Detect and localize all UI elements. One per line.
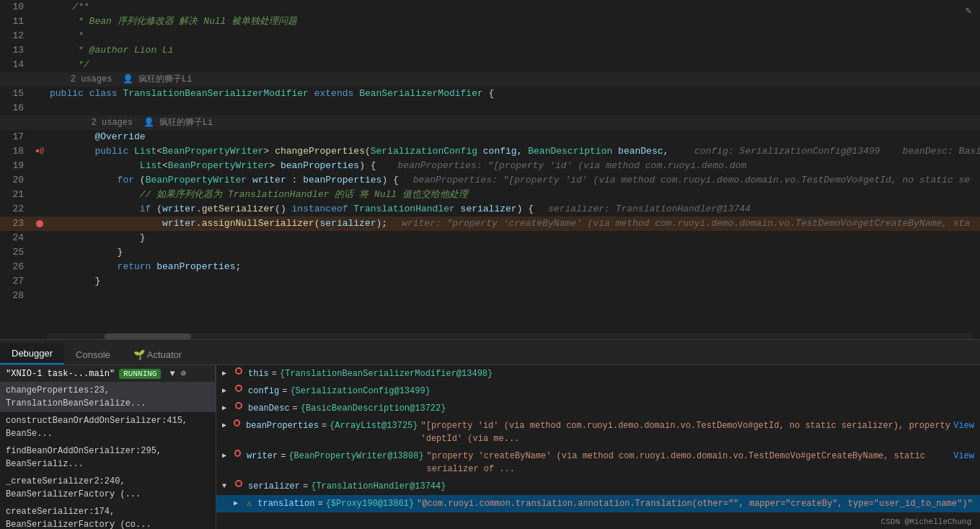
- var-item-beanprops[interactable]: ▶ beanProperties = {ArrayList@13725} "[p…: [216, 417, 980, 447]
- var-eq-writer: =: [281, 450, 286, 463]
- gutter-13: [32, 43, 47, 58]
- call-stack-item-4[interactable]: createSerializer:174, BeanSerializerFact…: [0, 503, 216, 529]
- code-line-15: 15 public class TranslationBeanSerialize…: [0, 87, 980, 101]
- line-num-19: 19: [0, 159, 32, 173]
- line-content-14: */: [47, 58, 980, 72]
- line-num-28: 28: [0, 289, 32, 303]
- line-num-25: 25: [0, 245, 32, 260]
- var-icon-beandesc: [235, 402, 242, 409]
- call-stack-item-3[interactable]: _createSerializer2:240, BeanSerializerFa…: [0, 473, 216, 503]
- var-name-writer: writer: [247, 450, 278, 463]
- thread-selector: "XNIO-1 task-...main" RUNNING ▼ ⊘: [0, 365, 216, 382]
- code-line-21: 21 // 如果序列化器为 TranslationHandler 的话 将 Nu…: [0, 188, 980, 202]
- horizontal-scrollbar[interactable]: [47, 333, 973, 339]
- var-name-beanprops: beanProperties: [246, 419, 319, 432]
- code-line-28: 28: [0, 289, 980, 303]
- code-line-18: 18 ●@ public List<BeanPropertyWriter> ch…: [0, 144, 980, 159]
- line-content-20: for (BeanPropertyWriter writer : beanPro…: [47, 173, 980, 188]
- gutter-18: ●@: [32, 144, 47, 159]
- panel-content: "XNIO-1 task-...main" RUNNING ▼ ⊘ change…: [0, 365, 980, 529]
- gutter-26: [32, 260, 47, 274]
- thread-name: "XNIO-1 task-...main": [6, 369, 115, 379]
- filter-icon[interactable]: ▼: [169, 369, 175, 379]
- line-num-14: 14: [0, 58, 32, 72]
- expand-arrow-writer: ▶: [222, 450, 230, 463]
- gutter-20: [32, 173, 47, 188]
- line-num-12: 12: [0, 29, 32, 43]
- var-item-writer[interactable]: ▶ writer = {BeanPropertyWriter@13808} "p…: [216, 447, 980, 478]
- line-content-10: /**: [47, 0, 980, 14]
- usage-line-15: 2 usages 👤 疯狂的狮子Li: [0, 72, 980, 87]
- var-extra-translation: "@com.ruoyi.common.translation.annotatio…: [417, 497, 973, 510]
- code-line-11: 11 * Bean 序列化修改器 解决 Null 被单独处理问题: [0, 14, 980, 29]
- line-num-10: 10: [0, 0, 32, 14]
- code-line-19: 19 List<BeanPropertyWriter> beanProperti…: [0, 159, 980, 173]
- expand-arrow-beanprops: ▶: [222, 419, 229, 432]
- editor-corner-icon: ✎: [966, 4, 971, 17]
- expand-arrow-config: ▶: [222, 385, 231, 398]
- gutter-22: [32, 202, 47, 217]
- bottom-panel: Debugger Console 🌱 Actuator "XNIO-1 task…: [0, 339, 980, 529]
- var-value-beanprops: {ArrayList@13725}: [330, 419, 418, 432]
- line-num-18: 18: [0, 144, 32, 159]
- line-num-11: 11: [0, 14, 32, 29]
- gutter-10: [32, 0, 47, 14]
- var-item-config[interactable]: ▶ config = {SerializationConfig@13499}: [216, 382, 980, 400]
- status-text: CSDN @MichelleChung: [881, 517, 971, 526]
- var-item-translation[interactable]: ▶ ⚠ translation = {$Proxy190@13861} "@co…: [216, 495, 980, 512]
- code-line-17: 17 @Override: [0, 130, 980, 144]
- var-value-beandesc: {BasicBeanDescription@13722}: [301, 402, 446, 415]
- var-link-beanprops[interactable]: View: [953, 419, 974, 432]
- line-content-13: * @author Lion Li: [47, 43, 980, 58]
- var-item-this[interactable]: ▶ this = {TranslationBeanSerializerModif…: [216, 365, 980, 382]
- line-num-23: 23: [0, 217, 32, 231]
- line-content-27: }: [47, 274, 980, 289]
- call-stack-item-text-2: findBeanOrAddOnSerializer:295, BeanSeria…: [6, 446, 162, 469]
- var-value-config: {SerializationConfig@13499}: [290, 385, 430, 398]
- call-stack-item-text-1: constructBeanOrAddOnSerializer:415, Bean…: [6, 416, 187, 439]
- call-stack-item-0[interactable]: changeProperties:23, TranslationBeanSeri…: [0, 382, 216, 412]
- line-content-usage2: 2 usages 👤 疯狂的狮子Li: [47, 115, 980, 130]
- line-num-26: 26: [0, 260, 32, 274]
- line-num-16: 16: [0, 101, 32, 115]
- var-value-serializer: {TranslationHandler@13744}: [311, 480, 446, 493]
- tab-actuator[interactable]: 🌱 Actuator: [122, 345, 193, 364]
- warn-icon-translation: ⚠: [247, 497, 252, 510]
- var-item-serializer[interactable]: ▼ serializer = {TranslationHandler@13744…: [216, 478, 980, 495]
- var-eq-serializer: =: [303, 480, 308, 493]
- code-line-26: 26 return beanProperties;: [0, 260, 980, 274]
- code-line-12: 12 *: [0, 29, 980, 43]
- usage-line-17: 2 usages 👤 疯狂的狮子Li: [0, 115, 980, 130]
- var-link-writer[interactable]: View: [953, 450, 974, 463]
- tab-debugger[interactable]: Debugger: [0, 344, 64, 364]
- call-stack-item-1[interactable]: constructBeanOrAddOnSerializer:415, Bean…: [0, 412, 216, 442]
- editor-area: ✎ 10 /** 11 * Bean 序列化修改器 解决 Null 被单独处理问…: [0, 0, 980, 339]
- var-eq-beandesc: =: [293, 402, 298, 415]
- gutter-25: [32, 245, 47, 260]
- var-name-serializer: serializer: [248, 480, 300, 493]
- var-eq-translation: =: [317, 497, 322, 510]
- call-stack-item-2[interactable]: findBeanOrAddOnSerializer:295, BeanSeria…: [0, 442, 216, 473]
- line-content-18: public List<BeanPropertyWriter> changePr…: [47, 144, 980, 159]
- var-item-beandesc[interactable]: ▶ beanDesc = {BasicBeanDescription@13722…: [216, 400, 980, 417]
- line-content-usage1: 2 usages 👤 疯狂的狮子Li: [47, 72, 980, 87]
- filter-funnel-icon[interactable]: ⊘: [181, 368, 186, 379]
- gutter-24: [32, 231, 47, 245]
- var-icon-writer: [234, 450, 241, 457]
- var-icon-this: [235, 367, 242, 375]
- gutter-28: [32, 289, 47, 303]
- gutter-usage2: [32, 115, 47, 130]
- line-content-24: }: [47, 231, 980, 245]
- var-icon-config: [235, 385, 242, 392]
- var-name-config: config: [248, 385, 279, 398]
- line-num-24: 24: [0, 231, 32, 245]
- var-extra-writer: "property 'createByName' (via method com…: [427, 450, 951, 476]
- line-num-22: 22: [0, 202, 32, 217]
- tab-console[interactable]: Console: [64, 345, 122, 364]
- code-line-23: 23 writer.assignNullSerializer(serialize…: [0, 217, 980, 231]
- line-num-usage1: [0, 72, 32, 87]
- expand-arrow-serializer: ▼: [222, 480, 231, 493]
- call-stack-item-text-0: changeProperties:23, TranslationBeanSeri…: [6, 385, 146, 408]
- gutter-19: [32, 159, 47, 173]
- code-line-10: 10 /**: [0, 0, 980, 14]
